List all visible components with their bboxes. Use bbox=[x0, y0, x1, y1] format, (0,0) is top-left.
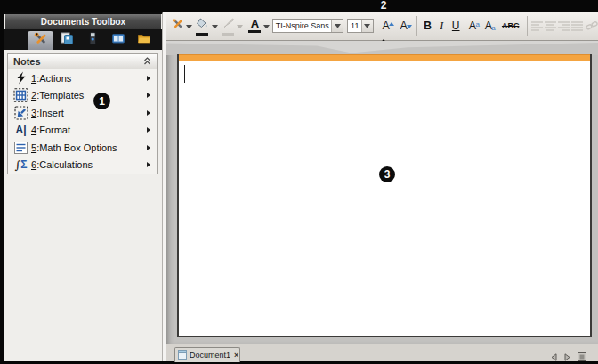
font-size-value: 11 bbox=[348, 21, 361, 30]
highlight-color-indicator bbox=[222, 33, 234, 36]
font-family-dropdown-button[interactable] bbox=[331, 20, 343, 32]
page-sorter-icon bbox=[60, 31, 74, 49]
tools-icon bbox=[172, 18, 184, 34]
notes-menu-panel: Notes 1:Actions 2:Template bbox=[7, 53, 158, 174]
next-tab-icon[interactable] bbox=[564, 349, 570, 364]
menu-item-format[interactable]: A| 4:Format bbox=[8, 122, 157, 140]
notes-panel-title: Notes bbox=[13, 56, 41, 67]
menu-item-actions[interactable]: 1:Actions bbox=[8, 69, 157, 87]
callout-1-number: 1 bbox=[99, 95, 105, 108]
triangle-up-icon bbox=[389, 22, 394, 26]
content-explorer-icon bbox=[111, 31, 125, 49]
tab-close-button[interactable]: × bbox=[234, 352, 238, 360]
top-window-bar bbox=[0, 0, 598, 12]
menu-item-label: 1:Actions bbox=[31, 73, 71, 84]
tab-utilities[interactable] bbox=[131, 29, 157, 50]
submenu-arrow-icon bbox=[147, 76, 150, 81]
paint-bucket-icon bbox=[196, 16, 209, 32]
folder-icon bbox=[137, 31, 151, 49]
templates-grid-icon bbox=[11, 88, 31, 102]
callout-3-number: 3 bbox=[384, 168, 391, 181]
underline-button[interactable]: U bbox=[448, 20, 463, 32]
subscript-button[interactable]: A a bbox=[481, 20, 497, 32]
submenu-arrow-icon bbox=[147, 110, 150, 116]
increase-font-size-button[interactable]: A bbox=[379, 20, 393, 32]
tools-dropdown-caret[interactable] bbox=[186, 25, 192, 28]
align-right-button[interactable] bbox=[557, 21, 570, 31]
menu-item-label: 2:Templates bbox=[31, 90, 84, 101]
font-size-dropdown-button[interactable] bbox=[361, 20, 373, 32]
submenu-arrow-icon bbox=[147, 162, 150, 167]
document-tab-bar: Document1 × bbox=[166, 344, 598, 361]
bold-button[interactable]: B bbox=[421, 20, 435, 32]
lightning-icon bbox=[11, 71, 31, 85]
fill-color-indicator bbox=[196, 33, 208, 36]
strikethrough-button[interactable]: ABC bbox=[500, 21, 521, 30]
workspace-sheen bbox=[166, 41, 598, 55]
chevron-down-icon bbox=[335, 24, 341, 28]
document-tab[interactable]: Document1 × bbox=[174, 347, 240, 362]
submenu-arrow-icon bbox=[147, 145, 150, 150]
collapse-chevrons-icon[interactable] bbox=[143, 56, 151, 67]
text-color-indicator bbox=[248, 30, 261, 33]
text-cursor bbox=[184, 65, 185, 83]
triangle-down-icon bbox=[407, 25, 412, 28]
text-color-a-glyph: A bbox=[251, 19, 259, 29]
menu-item-label: 4:Format bbox=[31, 125, 70, 135]
prev-tab-icon[interactable] bbox=[551, 349, 557, 364]
page-header-accent bbox=[179, 54, 590, 61]
menu-item-label: 3:Insert bbox=[31, 108, 64, 118]
notes-page[interactable] bbox=[177, 54, 592, 337]
page-list-icon[interactable] bbox=[578, 349, 586, 364]
insert-link-button[interactable] bbox=[586, 20, 598, 31]
insert-icon bbox=[11, 106, 31, 120]
math-box-icon bbox=[11, 142, 31, 154]
fill-color-button[interactable] bbox=[196, 16, 209, 36]
menu-item-math-box-options[interactable]: 5:Math Box Options bbox=[8, 139, 157, 157]
document-tools-button[interactable] bbox=[172, 18, 184, 34]
callout-2-label: 2 bbox=[376, 0, 392, 12]
toolbox-tab-strip bbox=[4, 29, 162, 50]
align-left-button[interactable] bbox=[531, 21, 545, 31]
fill-color-dropdown-caret[interactable] bbox=[212, 25, 218, 28]
superscript-mark-glyph: a bbox=[475, 20, 479, 28]
font-family-select[interactable]: TI-Nspire Sans bbox=[272, 19, 343, 33]
tab-navigation bbox=[551, 349, 586, 364]
subscript-mark-glyph: a bbox=[491, 24, 495, 32]
documents-toolbox-title: Documents Toolbox bbox=[5, 14, 161, 29]
brush-icon bbox=[222, 16, 235, 32]
highlight-dropdown-caret[interactable] bbox=[237, 25, 243, 28]
tab-content-explorer[interactable] bbox=[105, 29, 131, 50]
align-justify-button[interactable] bbox=[570, 21, 584, 31]
menu-item-calculations[interactable]: ∫Σ 6:Calculations bbox=[8, 157, 157, 174]
callout-3-badge: 3 bbox=[379, 166, 395, 182]
format-icon: A| bbox=[11, 124, 31, 136]
decrease-font-size-button[interactable]: A bbox=[397, 20, 411, 32]
menu-item-label: 6:Calculations bbox=[31, 159, 93, 170]
tools-icon bbox=[34, 32, 48, 50]
formatting-toolbar: A TI-Nspire Sans 11 A A B I U A a A a AB… bbox=[166, 12, 598, 41]
align-center-button[interactable] bbox=[544, 21, 557, 31]
toolbar-separator bbox=[416, 16, 417, 36]
text-color-button[interactable]: A bbox=[248, 19, 262, 33]
tab-page-sorter[interactable] bbox=[53, 29, 79, 50]
calculations-icon: ∫Σ bbox=[11, 158, 31, 172]
document-workspace bbox=[166, 41, 598, 344]
submenu-arrow-icon bbox=[147, 127, 150, 133]
tab-handheld[interactable] bbox=[79, 29, 105, 50]
notes-panel-header[interactable]: Notes bbox=[8, 54, 157, 69]
font-family-value: TI-Nspire Sans bbox=[273, 21, 331, 30]
submenu-arrow-icon bbox=[147, 93, 150, 98]
chevron-down-icon bbox=[364, 24, 370, 28]
handheld-icon bbox=[85, 31, 100, 49]
highlight-color-button[interactable] bbox=[222, 16, 235, 36]
tab-document-tools[interactable] bbox=[28, 31, 53, 50]
text-color-dropdown-caret[interactable] bbox=[263, 25, 270, 28]
menu-item-insert[interactable]: 3:Insert bbox=[8, 104, 157, 122]
superscript-button[interactable]: A a bbox=[465, 20, 481, 32]
menu-item-templates[interactable]: 2:Templates bbox=[8, 87, 157, 105]
toolbar-separator bbox=[527, 16, 528, 36]
callout-1-badge: 1 bbox=[93, 93, 110, 109]
font-size-select[interactable]: 11 bbox=[347, 19, 374, 33]
italic-button[interactable]: I bbox=[434, 20, 448, 33]
